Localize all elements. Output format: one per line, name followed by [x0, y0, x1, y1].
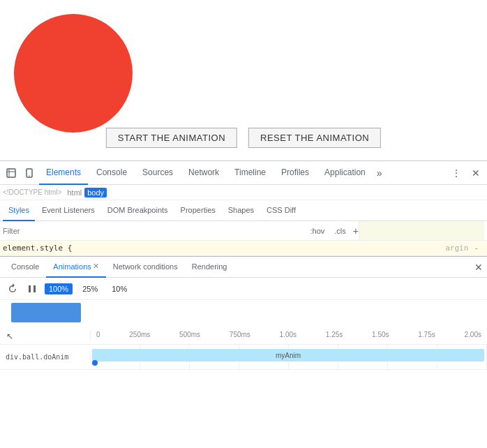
svg-rect-6 [33, 285, 36, 292]
computed-panel-header [359, 221, 484, 240]
close-devtools-icon[interactable]: ✕ [467, 165, 484, 181]
buttons-row: START THE ANIMATION RESET THE ANIMATION [106, 128, 381, 148]
pause-button[interactable] [25, 282, 39, 296]
svg-point-4 [29, 175, 30, 177]
breadcrumb-body[interactable]: body [84, 188, 107, 197]
element-style-row: element.style { argin - [0, 241, 487, 256]
styles-tab-css-diff[interactable]: CSS Diff [261, 200, 301, 221]
styles-tab-event-listeners[interactable]: Event Listeners [36, 200, 100, 221]
filter-input[interactable] [3, 227, 308, 235]
styles-tab-properties[interactable]: Properties [175, 200, 221, 221]
animation-dot[interactable] [92, 360, 98, 366]
mobile-icon[interactable] [21, 165, 38, 181]
drawer-tab-console[interactable]: Console [4, 257, 46, 278]
close-drawer-icon[interactable]: ✕ [474, 262, 483, 273]
replay-button[interactable] [6, 282, 20, 296]
ruler-mark-750: 750ms [230, 331, 250, 338]
cls-button[interactable]: .cls [331, 226, 349, 236]
styles-tabs: Styles Event Listeners DOM Breakpoints P… [0, 200, 487, 221]
timeline-cursor-icon[interactable]: ↖ [6, 332, 14, 341]
breadcrumb-prefix: <!DOCTYPE html> [3, 188, 61, 196]
devtools-toolbar: Elements Console Sources Network Timelin… [0, 161, 487, 185]
hov-button[interactable]: :hov [308, 226, 328, 236]
speed-10-button[interactable]: 10% [107, 283, 131, 294]
filter-right: :hov .cls + [308, 225, 359, 237]
drawer-tabs: Console Animations ✕ Network conditions … [0, 257, 487, 278]
scrubber-area [0, 300, 487, 325]
tab-profiles[interactable]: Profiles [274, 161, 316, 185]
timeline-label-col-header: ↖ [0, 331, 91, 339]
ruler-mark-250: 250ms [129, 331, 150, 338]
styles-tab-dom-breakpoints[interactable]: DOM Breakpoints [102, 200, 174, 221]
add-style-rule-button[interactable]: + [353, 225, 359, 237]
styles-tab-shapes[interactable]: Shapes [223, 200, 260, 221]
tab-elements[interactable]: Elements [39, 161, 88, 185]
animation-name-label: myAnim [276, 352, 301, 359]
drawer-tab-network-conditions[interactable]: Network conditions [106, 257, 185, 278]
filter-bar: :hov .cls + [0, 221, 487, 241]
close-animations-tab-icon[interactable]: ✕ [93, 262, 99, 271]
tab-application[interactable]: Application [317, 161, 373, 185]
toolbar-right: ⋮ ✕ [448, 165, 484, 181]
speed-100-button[interactable]: 100% [45, 283, 73, 294]
tab-timeline[interactable]: Timeline [227, 161, 273, 185]
svg-rect-5 [29, 285, 31, 292]
breadcrumb: <!DOCTYPE html> html body [0, 185, 487, 200]
more-tabs-button[interactable]: » [374, 167, 385, 179]
svg-rect-0 [7, 169, 15, 177]
drawer-tab-animations[interactable]: Animations ✕ [46, 257, 105, 278]
ruler-mark-1s: 1.00s [280, 331, 297, 338]
animation-row: div.ball.doAnim myAnim [0, 345, 487, 370]
tab-network[interactable]: Network [181, 161, 226, 185]
ruler-mark-500: 500ms [179, 331, 200, 338]
drawer: Console Animations ✕ Network conditions … [0, 256, 487, 448]
ruler-mark-0: 0 [96, 331, 100, 338]
animation-controls: 100% 25% 10% [0, 278, 487, 300]
timeline-header: ↖ 0 250ms 500ms 750ms 1.00s 1.25s 1.50s … [0, 325, 487, 345]
ruler-mark-175: 1.75s [418, 331, 435, 338]
tab-sources[interactable]: Sources [135, 161, 180, 185]
element-style-text: element.style { [3, 244, 445, 253]
kebab-menu-icon[interactable]: ⋮ [448, 165, 465, 181]
margin-label: argin [445, 244, 468, 253]
ruler-mark-125: 1.25s [326, 331, 343, 338]
devtools-panel: Elements Console Sources Network Timelin… [0, 160, 487, 448]
page-area: START THE ANIMATION RESET THE ANIMATION [0, 0, 487, 160]
anim-row-track: myAnim [91, 345, 487, 369]
ruler-mark-2s: 2.00s [464, 331, 481, 338]
ruler-mark-150: 1.50s [372, 331, 389, 338]
reset-animation-button[interactable]: RESET THE ANIMATION [248, 128, 381, 148]
breadcrumb-html[interactable]: html [64, 188, 84, 197]
scrubber-preview[interactable] [11, 303, 81, 322]
timeline-area: ↖ 0 250ms 500ms 750ms 1.00s 1.25s 1.50s … [0, 325, 487, 448]
animation-bar[interactable]: myAnim [92, 349, 484, 361]
speed-25-button[interactable]: 25% [78, 283, 102, 294]
cursor-icon[interactable] [3, 165, 20, 181]
ruler-marks: 0 250ms 500ms 750ms 1.00s 1.25s 1.50s 1.… [96, 331, 481, 338]
animated-circle [14, 14, 133, 133]
drawer-tab-rendering[interactable]: Rendering [185, 257, 234, 278]
tab-console[interactable]: Console [89, 161, 134, 185]
timeline-ruler: 0 250ms 500ms 750ms 1.00s 1.25s 1.50s 1.… [91, 331, 487, 338]
margin-value: - [468, 244, 484, 253]
anim-row-label: div.ball.doAnim [0, 353, 91, 361]
start-animation-button[interactable]: START THE ANIMATION [106, 128, 237, 148]
styles-tab-styles[interactable]: Styles [3, 200, 35, 221]
